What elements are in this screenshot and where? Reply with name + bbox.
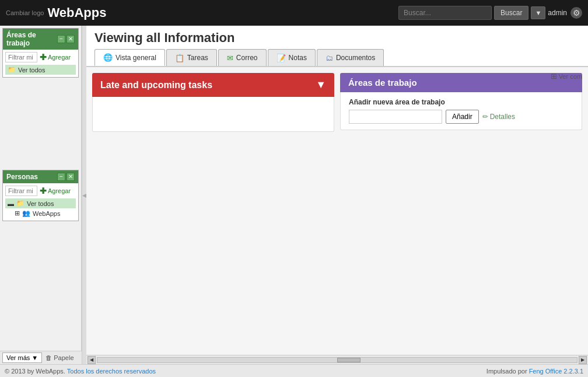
rights-link[interactable]: Todos los derechos reservados — [67, 368, 156, 375]
search-area: Buscar ▼ admin ⚙ — [398, 6, 582, 20]
tasks-header[interactable]: Late and upcoming tasks ▼ — [92, 73, 334, 97]
ver-mas-button[interactable]: Ver más ▼ — [2, 352, 42, 363]
columns-icon: ⊞ — [551, 72, 557, 81]
personas-ver-todos-item[interactable]: ▬ 📁 Ver todos — [5, 198, 76, 208]
papelera-button[interactable]: 🗑 Papele — [46, 354, 74, 361]
tab-tareas[interactable]: 📋 Tareas — [166, 49, 217, 66]
anadir-button[interactable]: Añadir — [446, 110, 479, 124]
personas-section-header: Personas − ✕ — [3, 170, 78, 183]
personas-close-button[interactable]: ✕ — [66, 173, 75, 181]
ver-mas-label: Ver más — [6, 354, 30, 361]
scroll-right-arrow[interactable]: ▶ — [579, 356, 587, 364]
detalles-button[interactable]: ✏ Detalles — [482, 113, 515, 121]
areas-minimize-button[interactable]: − — [57, 35, 65, 43]
search-dropdown-button[interactable]: ▼ — [531, 6, 545, 19]
areas-section-body: ✚ Agregar 📁 Ver todos — [3, 50, 78, 77]
personas-ver-todos-label: Ver todos — [27, 200, 54, 207]
logo-area: Cambiar logo WebApps — [6, 5, 106, 20]
layout: Áreas de trabajo − ✕ ✚ Agregar 📁 Ver tod… — [0, 26, 588, 364]
areas-header-controls: − ✕ — [57, 35, 75, 43]
tasks-title: Late and upcoming tasks — [100, 80, 212, 90]
scroll-left-arrow[interactable]: ◀ — [88, 356, 96, 364]
scroll-track[interactable] — [97, 357, 578, 363]
tasks-icon: 📋 — [175, 54, 184, 62]
personas-title: Personas — [6, 173, 38, 181]
personas-filter-input[interactable] — [5, 186, 37, 196]
personas-add-button[interactable]: ✚ Agregar — [40, 186, 71, 196]
areas-add-label: Agregar — [48, 54, 71, 61]
gear-icon[interactable]: ⚙ — [570, 7, 582, 19]
areas-folder-icon: 📁 — [8, 66, 16, 74]
bottom-bar: © 2013 by WebApps. Todos los derechos re… — [0, 364, 588, 377]
feng-office-link[interactable]: Feng Office 2.2.3.1 — [529, 368, 583, 375]
webapps-people-icon: 👥 — [22, 210, 30, 217]
tasks-dropdown-icon[interactable]: ▼ — [316, 79, 326, 91]
workspace-body: Añadir nueva área de trabajo Añadir ✏ De… — [340, 92, 582, 130]
areas-toolbar: ✚ Agregar — [5, 52, 76, 62]
personas-section-body: ✚ Agregar ▬ 📁 Ver todos ⊞ 👥 WebApps — [3, 183, 78, 221]
tabs-bar: 🌐 Vista general 📋 Tareas ✉ Correo 📝 Nota… — [94, 49, 580, 66]
tasks-panel: Late and upcoming tasks ▼ — [92, 73, 334, 349]
detalles-label: Detalles — [490, 113, 515, 121]
ver-mas-dropdown-icon: ▼ — [32, 354, 38, 361]
workspace-input-row: Añadir ✏ Detalles — [349, 110, 573, 124]
personas-expand-icon: ▬ — [8, 200, 14, 207]
tab-notas[interactable]: 📝 Notas — [268, 49, 316, 66]
notes-icon: 📝 — [276, 54, 286, 62]
tasks-body — [92, 97, 334, 132]
webapps-expand-icon: ⊞ — [15, 210, 20, 217]
scroll-thumb[interactable] — [337, 358, 360, 362]
sidebar-spacer — [0, 80, 81, 167]
horizontal-scrollbar[interactable]: ◀ ▶ — [86, 355, 588, 364]
tab-correo[interactable]: ✉ Correo — [218, 49, 267, 66]
areas-section-header: Áreas de trabajo − ✕ — [3, 29, 78, 50]
bottom-bar-right: Impulsado por Feng Office 2.2.3.1 — [487, 368, 583, 375]
tab-tareas-label: Tareas — [187, 54, 208, 62]
ver-com-button[interactable]: ⊞ Ver com — [551, 72, 582, 81]
workspace-panel: Áreas de trabajo Añadir nueva área de tr… — [340, 73, 582, 349]
tab-documentos-label: Documentos — [336, 54, 375, 62]
areas-filter-input[interactable] — [5, 52, 37, 62]
workspace-name-input[interactable] — [349, 110, 442, 124]
personas-folder-icon: 📁 — [16, 200, 24, 207]
page-title: Viewing all Information — [94, 30, 580, 46]
ver-com-label: Ver com — [559, 73, 582, 80]
tab-notas-label: Notas — [289, 54, 307, 62]
papelera-icon: 🗑 — [46, 354, 52, 361]
sidebar-resize-handle[interactable]: ◀ — [82, 26, 86, 364]
search-button[interactable]: Buscar — [494, 6, 528, 20]
areas-add-button[interactable]: ✚ Agregar — [40, 53, 71, 62]
areas-close-button[interactable]: ✕ — [66, 35, 75, 43]
sidebar: Áreas de trabajo − ✕ ✚ Agregar 📁 Ver tod… — [0, 26, 82, 364]
admin-label: admin — [548, 9, 567, 17]
personas-section: Personas − ✕ ✚ Agregar ▬ 📁 Ver to — [2, 170, 79, 221]
page-header: Viewing all Information 🌐 Vista general … — [86, 26, 588, 67]
tab-documentos[interactable]: 🗂 Documentos — [317, 49, 384, 66]
powered-label: Impulsado por — [487, 368, 527, 375]
areas-ver-todos-item[interactable]: 📁 Ver todos — [5, 65, 76, 75]
tab-correo-label: Correo — [236, 54, 258, 62]
workspace-header: Áreas de trabajo — [340, 73, 582, 92]
webapps-tree-label: WebApps — [33, 210, 61, 217]
header: Cambiar logo WebApps Buscar ▼ admin ⚙ — [0, 0, 588, 26]
webapps-tree-item[interactable]: ⊞ 👥 WebApps — [5, 208, 76, 218]
papelera-label: Papele — [54, 354, 74, 361]
personas-minimize-button[interactable]: − — [57, 173, 65, 181]
mail-icon: ✉ — [227, 54, 233, 62]
cambiar-logo-label[interactable]: Cambiar logo — [6, 9, 44, 16]
sidebar-bottom-bar: Ver más ▼ 🗑 Papele — [0, 351, 82, 364]
areas-title: Áreas de trabajo — [6, 31, 57, 47]
admin-area: admin ⚙ — [548, 7, 582, 19]
copyright-label: © 2013 by WebApps. — [5, 368, 65, 375]
copyright-text: © 2013 by WebApps. Todos los derechos re… — [5, 368, 156, 375]
detalles-icon: ✏ — [482, 113, 488, 121]
areas-section: Áreas de trabajo − ✕ ✚ Agregar 📁 Ver tod… — [2, 28, 79, 78]
tab-vista-general-label: Vista general — [116, 54, 156, 62]
globe-icon: 🌐 — [103, 53, 113, 62]
content-area: ⊞ Ver com Late and upcoming tasks ▼ — [86, 67, 588, 355]
tab-vista-general[interactable]: 🌐 Vista general — [94, 49, 165, 66]
personas-add-label: Agregar — [48, 187, 71, 194]
areas-ver-todos-label: Ver todos — [18, 67, 45, 74]
search-input[interactable] — [398, 6, 492, 20]
main-content: Viewing all Information 🌐 Vista general … — [86, 26, 588, 364]
